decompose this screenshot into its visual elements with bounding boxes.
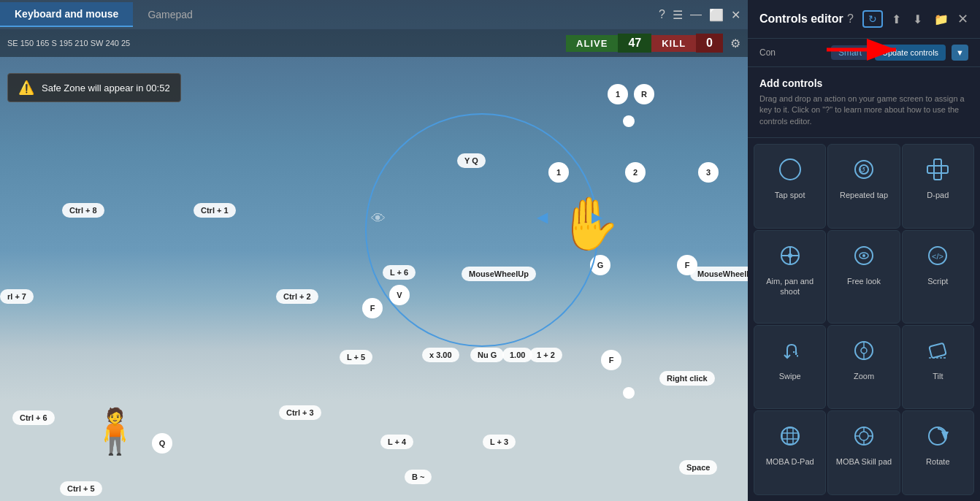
panel-header-icons: ? ↻ ⬆ ⬇ 📁 ✕ xyxy=(844,10,968,28)
control-label-d-pad: D-pad xyxy=(927,190,949,200)
code-icon: </> xyxy=(923,241,952,270)
close-panel-btn[interactable]: ✕ xyxy=(957,11,968,27)
maximize-icon[interactable]: ⬜ xyxy=(709,8,724,22)
dropdown-arrow-btn[interactable]: ▼ xyxy=(952,45,968,61)
key-label: Ctrl + 6 xyxy=(12,410,55,425)
key-label: Ctrl + 8 xyxy=(62,203,104,218)
close-icon[interactable]: ✕ xyxy=(731,8,740,22)
minimize-icon[interactable]: — xyxy=(690,8,702,21)
joystick-dot-bottom xyxy=(623,387,635,399)
controls-panel: Controls editor ? ↻ ⬆ ⬇ 📁 ✕ Con Smart Up… xyxy=(748,0,980,501)
left-arrow-icon: ◀ xyxy=(537,208,548,226)
control-label-free-look: Free look xyxy=(847,276,881,286)
warning-text: Safe Zone will appear in 00:52 xyxy=(42,83,170,93)
panel-title: Controls editor xyxy=(759,12,843,26)
control-label-script: Script xyxy=(927,276,948,286)
control-item-tap-spot[interactable]: Tap spot xyxy=(754,144,826,229)
tilt-icon xyxy=(923,336,952,365)
svg-point-32 xyxy=(929,427,946,445)
help-icon[interactable]: ? xyxy=(659,8,665,21)
control-item-zoom[interactable]: Zoom xyxy=(827,325,900,410)
svg-point-11 xyxy=(788,253,792,258)
settings-icon[interactable]: ⚙ xyxy=(723,34,748,53)
control-label-moba-skill: MOBA Skill pad xyxy=(836,456,892,467)
control-item-aim-pan-shoot[interactable]: Aim, pan and shoot xyxy=(754,230,826,324)
help-panel-icon[interactable]: ? xyxy=(844,11,857,27)
key-label: x 3.00 xyxy=(422,348,459,362)
key-label: Right click xyxy=(659,371,715,386)
control-label-swipe: Swipe xyxy=(779,371,801,381)
import-icon[interactable]: ⬇ xyxy=(910,11,925,28)
key-label: rl + 7 xyxy=(0,289,34,304)
swipe-icon xyxy=(776,336,805,365)
key-label: Nu G xyxy=(470,348,504,362)
joystick-arrows: ◀ ▶ xyxy=(537,208,602,226)
smart-badge: Smart xyxy=(831,45,869,60)
svg-rect-6 xyxy=(934,159,941,180)
control-item-moba-dpad[interactable]: MOBA D-Pad xyxy=(754,410,826,495)
repeat-circle-icon: ↺ xyxy=(849,155,878,184)
zoom-icon xyxy=(849,336,878,365)
key-label: 1 xyxy=(608,84,628,104)
panel-header: Controls editor ? ↻ ⬆ ⬇ 📁 ✕ xyxy=(748,0,980,39)
control-label-moba-dpad: MOBA D-Pad xyxy=(766,456,814,467)
folder-icon[interactable]: 📁 xyxy=(931,11,952,28)
control-item-script[interactable]: </>Script xyxy=(902,230,974,324)
key-label: MouseWheelDown xyxy=(690,267,748,281)
hud-stats: ALIVE 47 KILL 0 ⚙ xyxy=(566,34,748,53)
tab-keyboard[interactable]: Keyboard and mouse xyxy=(0,2,133,27)
controls-subbar: Con Smart Update controls ▼ xyxy=(748,39,980,67)
controls-small-label: Con xyxy=(759,47,825,58)
key-label: 3 xyxy=(698,162,719,183)
tab-gamepad[interactable]: Gamepad xyxy=(133,3,207,26)
svg-point-27 xyxy=(860,432,868,440)
control-item-free-look[interactable]: Free look xyxy=(827,230,900,324)
key-label: B ~ xyxy=(405,470,432,484)
svg-rect-21 xyxy=(930,343,946,359)
menu-icon[interactable]: ☰ xyxy=(673,8,683,22)
kill-label: KILL xyxy=(651,35,696,52)
control-item-swipe[interactable]: Swipe xyxy=(754,325,826,410)
svg-point-14 xyxy=(862,254,865,257)
hud-bar: SE 150 165 S 195 210 SW 240 25 ALIVE 47 … xyxy=(0,29,748,57)
svg-point-18 xyxy=(861,348,867,353)
control-label-tap-spot: Tap spot xyxy=(775,190,805,200)
key-label: Space xyxy=(679,460,717,475)
export-icon[interactable]: ⬆ xyxy=(889,11,904,28)
alive-label: ALIVE xyxy=(566,35,618,52)
moba-dpad-icon xyxy=(776,421,805,451)
control-label-tilt: Tilt xyxy=(933,371,943,381)
control-item-rotate[interactable]: Rotate xyxy=(902,410,974,495)
add-controls-desc: Drag and drop an action on your game scr… xyxy=(759,93,968,127)
control-label-zoom: Zoom xyxy=(854,371,874,381)
control-label-rotate: Rotate xyxy=(926,456,949,467)
key-label: Ctrl + 5 xyxy=(60,481,102,496)
key-label: F xyxy=(362,298,383,318)
control-item-repeated-tap[interactable]: ↺Repeated tap xyxy=(827,144,900,229)
top-bar-right: ? ☰ — ⬜ ✕ xyxy=(659,8,748,22)
svg-rect-7 xyxy=(927,166,948,173)
key-label: L + 3 xyxy=(483,435,516,449)
control-label-repeated-tap: Repeated tap xyxy=(840,190,888,200)
key-label: L + 4 xyxy=(380,435,413,449)
key-label: Ctrl + 3 xyxy=(279,405,321,420)
circle-icon xyxy=(776,155,805,184)
eye-overlay-icon: 👁 xyxy=(371,210,386,227)
dpad-icon xyxy=(923,155,952,184)
key-label: 2 xyxy=(625,162,646,183)
svg-point-23 xyxy=(781,427,799,445)
control-item-d-pad[interactable]: D-pad xyxy=(902,144,974,229)
key-label: Q xyxy=(152,433,172,454)
control-item-tilt[interactable]: Tilt xyxy=(902,325,974,410)
controls-grid: Tap spot↺Repeated tapD-padAim, pan and s… xyxy=(748,138,980,501)
character: 🧍 xyxy=(88,405,142,457)
svg-text:↺: ↺ xyxy=(860,166,865,174)
joystick-hand: 🤚 xyxy=(555,194,621,259)
key-label: Ctrl + 2 xyxy=(276,289,318,304)
svg-point-2 xyxy=(780,159,800,180)
rotate-icon xyxy=(923,421,952,451)
update-controls-btn[interactable]: Update controls xyxy=(875,45,946,61)
refresh-panel-icon[interactable]: ↻ xyxy=(862,10,883,28)
game-area: Keyboard and mouse Gamepad ? ☰ — ⬜ ✕ SE … xyxy=(0,0,748,501)
control-item-moba-skill[interactable]: MOBA Skill pad xyxy=(827,410,900,495)
